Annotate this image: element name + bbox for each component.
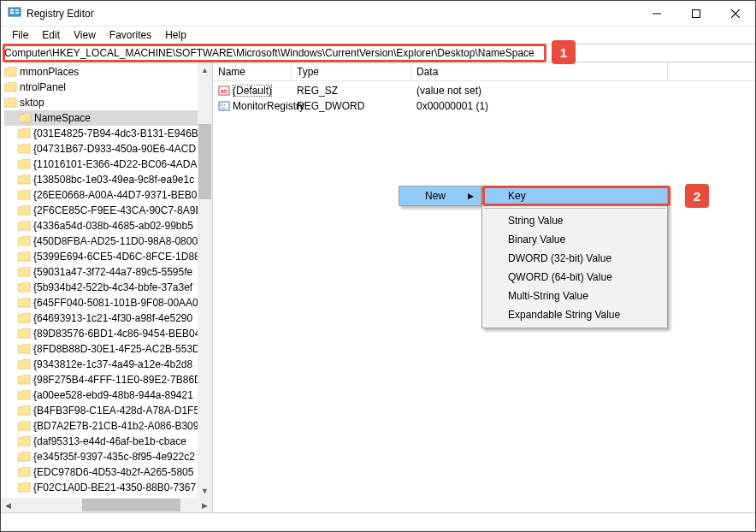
tree-item[interactable]: {BD7A2E7B-21CB-41b2-A086-B309 (4, 418, 212, 434)
tree-item[interactable]: sktop (4, 95, 212, 110)
tree-item[interactable]: {04731B67-D933-450a-90E6-4ACD (4, 141, 212, 157)
tree-label: {59031a47-3f72-44a7-89c5-5595fe (33, 266, 192, 278)
menu-view[interactable]: View (68, 27, 102, 43)
tree-label: {26EE0668-A00A-44D7-9371-BEB0 (33, 189, 197, 201)
tree-item[interactable]: {98F275B4-4FFF-11E0-89E2-7B86D (4, 372, 212, 387)
tree-item[interactable]: {138508bc-1e03-49ea-9c8f-ea9e1c (4, 172, 212, 187)
submenu-arrow-icon: ▶ (468, 192, 474, 200)
folder-icon (18, 390, 31, 400)
context-item-new[interactable]: New ▶ (399, 186, 481, 205)
tree-label: {8FD8B88D-30E1-4F25-AC2B-553D (33, 343, 200, 355)
submenu-item-expandstring[interactable]: Expandable String Value (482, 305, 667, 324)
tree-item[interactable]: {a00ee528-ebd9-48b8-944a-89421 (4, 387, 212, 403)
svg-rect-6 (693, 9, 700, 17)
tree-item[interactable]: {2F6CE85C-F9EE-43CA-90C7-8A9B (4, 203, 212, 218)
tree-item[interactable]: {e345f35f-9397-435c-8f95-4e922c2 (4, 449, 212, 464)
main-panes: mmonPlacesntrolPanelsktopNameSpace{031E4… (1, 62, 755, 512)
tree-label: mmonPlaces (20, 66, 79, 78)
value-data: 0x00000001 (1) (416, 100, 488, 112)
value-row[interactable]: 011110MonitorRegistryREG_DWORD0x00000001… (213, 98, 755, 114)
tree-item[interactable]: mmonPlaces (4, 64, 212, 80)
folder-icon (4, 82, 17, 92)
tree-item-selected[interactable]: NameSpace (4, 110, 212, 126)
submenu-item-multistring[interactable]: Multi-String Value (482, 287, 667, 305)
address-bar[interactable]: Computer\HKEY_LOCAL_MACHINE\SOFTWARE\Mic… (1, 44, 755, 62)
string-value-icon: ab (218, 85, 230, 97)
binary-value-icon: 011110 (218, 100, 230, 112)
tree-item[interactable]: {5b934b42-522b-4c34-bbfe-37a3ef (4, 280, 212, 295)
context-submenu-new[interactable]: Key String Value Binary Value DWORD (32-… (481, 186, 668, 328)
folder-icon (18, 313, 31, 323)
tree-item[interactable]: {64693913-1c21-4f30-a98f-4e5290 (4, 310, 212, 326)
col-type[interactable]: Type (292, 62, 411, 80)
tree-item[interactable]: {59031a47-3f72-44a7-89c5-5595fe (4, 264, 212, 280)
submenu-item-dword[interactable]: DWORD (32-bit) Value (482, 249, 667, 268)
tree-item[interactable]: {4336a54d-038b-4685-ab02-99bb5 (4, 218, 212, 233)
values-pane[interactable]: Name Type Data ab(Default)REG_SZ(value n… (213, 62, 755, 512)
tree-item[interactable]: {11016101-E366-4D22-BC06-4ADA (4, 157, 212, 172)
folder-icon (18, 467, 31, 477)
tree-label: ntrolPanel (20, 81, 66, 93)
folder-icon (18, 375, 31, 385)
tree-hscrollbar[interactable]: ◀ ▶ (1, 498, 212, 512)
menu-separator (484, 208, 665, 209)
folder-icon (18, 452, 31, 462)
folder-icon (4, 67, 17, 77)
submenu-item-qword[interactable]: QWORD (64-bit) Value (482, 268, 667, 287)
folder-icon (18, 405, 31, 416)
tree-item[interactable]: {B4FB3F98-C1EA-428d-A78A-D1F5 (4, 403, 212, 418)
tree-item[interactable]: {645FF040-5081-101B-9F08-00AA0 (4, 295, 212, 310)
tree-item[interactable]: {26EE0668-A00A-44D7-9371-BEB0 (4, 187, 212, 203)
menu-file[interactable]: File (6, 27, 34, 43)
tree-item[interactable]: {daf95313-e44d-46af-be1b-cbace (4, 434, 212, 449)
menu-favorites[interactable]: Favorites (103, 27, 157, 43)
hscroll-thumb[interactable] (82, 499, 180, 511)
tree-item[interactable]: {8FD8B88D-30E1-4F25-AC2B-553D (4, 341, 212, 357)
context-menu[interactable]: New ▶ (399, 186, 481, 206)
folder-icon (18, 159, 31, 169)
folder-icon (18, 144, 31, 154)
tree-item[interactable]: ntrolPanel (4, 80, 212, 95)
submenu-item-key[interactable]: Key (482, 186, 667, 205)
maximize-button[interactable] (676, 1, 716, 27)
tree-vscrollbar[interactable]: ▲ ▼ (198, 62, 212, 498)
window-title: Registry Editor (27, 8, 637, 20)
tree-item[interactable]: {450D8FBA-AD25-11D0-98A8-0800 (4, 233, 212, 249)
scroll-up-icon[interactable]: ▲ (198, 62, 212, 77)
folder-icon (18, 251, 31, 262)
col-data[interactable]: Data (411, 62, 668, 80)
scroll-left-icon[interactable]: ◀ (1, 498, 15, 512)
tree-item[interactable]: {EDC978D6-4D53-4b2f-A265-5805 (4, 464, 212, 480)
folder-icon (18, 482, 31, 493)
folder-icon (19, 113, 32, 123)
menu-edit[interactable]: Edit (36, 27, 66, 43)
folder-icon (18, 421, 31, 431)
tree-item[interactable]: {89D83576-6BD1-4c86-9454-BEB04 (4, 326, 212, 341)
submenu-item-binary[interactable]: Binary Value (482, 230, 667, 249)
scroll-down-icon[interactable]: ▼ (198, 483, 212, 498)
value-type: REG_SZ (297, 85, 338, 97)
close-button[interactable] (716, 1, 755, 27)
vscroll-thumb[interactable] (198, 124, 211, 199)
folder-icon (18, 282, 31, 293)
tree-pane[interactable]: mmonPlacesntrolPanelsktopNameSpace{031E4… (1, 62, 213, 512)
col-name[interactable]: Name (213, 62, 292, 80)
tree-label: {daf95313-e44d-46af-be1b-cbace (33, 435, 186, 447)
value-data: (value not set) (416, 85, 481, 97)
scroll-right-icon[interactable]: ▶ (198, 498, 212, 512)
tree-label: {EDC978D6-4D53-4b2f-A265-5805 (33, 466, 193, 478)
tree-item[interactable]: {5399E694-6CE5-4D6C-8FCE-1D8870 (4, 249, 212, 264)
tree-label: sktop (20, 97, 44, 109)
titlebar: Registry Editor (1, 1, 755, 27)
tree-item[interactable]: {9343812e-1c37-4a49-a12e-4b2d8 (4, 357, 212, 372)
minimize-button[interactable] (637, 1, 676, 27)
submenu-item-string[interactable]: String Value (482, 211, 667, 230)
tree-item[interactable]: {F02C1A0D-BE21-4350-88B0-7367 (4, 480, 212, 495)
address-text: Computer\HKEY_LOCAL_MACHINE\SOFTWARE\Mic… (4, 47, 535, 59)
tree-item[interactable]: {031E4825-7B94-4dc3-B131-E946B (4, 126, 212, 141)
value-row[interactable]: ab(Default)REG_SZ(value not set) (213, 83, 755, 98)
menu-help[interactable]: Help (159, 27, 192, 43)
tree-label: {89D83576-6BD1-4c86-9454-BEB04 (33, 328, 200, 340)
tree-label: {64693913-1c21-4f30-a98f-4e5290 (33, 312, 192, 324)
annotation-2: 2 (685, 184, 709, 208)
